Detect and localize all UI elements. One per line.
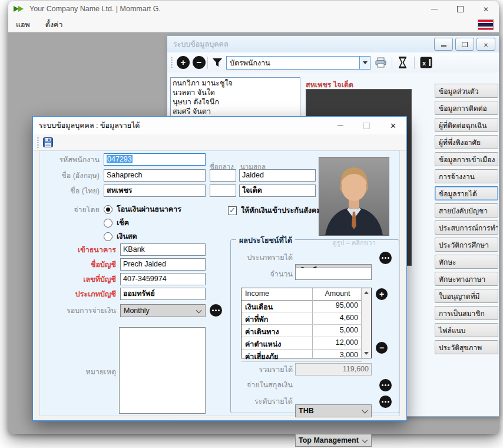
name-th-label: ชื่อ (ไทย) (44, 185, 100, 197)
add-record-button[interactable] (177, 56, 190, 69)
nav-button[interactable]: ทักษะทางภาษา (435, 272, 498, 286)
pay-method-option[interactable]: เช็ค (104, 218, 181, 228)
currency-ellipsis-button[interactable] (379, 379, 392, 391)
first-name-th-field[interactable]: สหเพชร (104, 185, 206, 197)
chevron-up-icon (364, 291, 369, 294)
hourglass-icon[interactable] (397, 56, 408, 69)
income-cell: ค่าที่พัก (245, 314, 268, 325)
thai-flag-icon[interactable] (478, 19, 494, 30)
income-table-row[interactable]: เงินเดือน 95,000 (241, 300, 362, 312)
income-level-ellipsis-button[interactable] (379, 396, 392, 408)
nav-button[interactable]: ประสบการณ์การทำงาน (435, 220, 498, 235)
middle-name-th-field[interactable] (210, 185, 236, 197)
personnel-minimize-button[interactable] (434, 38, 453, 51)
income-table-row[interactable]: ค่าที่พัก 4,600 (241, 312, 362, 325)
notes-textarea[interactable] (119, 327, 206, 414)
remove-record-button[interactable] (193, 56, 206, 69)
pay-method-option[interactable]: โอนเงินผ่านธนาคาร (104, 204, 181, 215)
restore-button[interactable] (447, 1, 473, 17)
nav-button-label: ข้อมูลรายได้ (439, 188, 477, 199)
nav-button[interactable]: ผู้ที่พึ่งพิงอาศัย (435, 135, 498, 149)
personnel-close-button[interactable] (476, 38, 495, 51)
bank-field[interactable]: KBank (120, 243, 206, 256)
nav-button[interactable]: ใบอนุญาตที่มี (435, 289, 498, 303)
radio-icon[interactable] (104, 205, 112, 214)
table-scrollbar[interactable] (361, 288, 371, 358)
amount-field[interactable] (295, 268, 372, 280)
minimize-button[interactable] (421, 1, 447, 17)
personnel-titlebar: ระบบข้อมูลบุคคล (167, 36, 499, 52)
dialog-minimize-button[interactable] (327, 117, 353, 134)
pay-cycle-ellipsis-button[interactable] (210, 304, 222, 317)
chevron-down-icon (363, 61, 368, 64)
pay-cycle-select[interactable]: Monthly (120, 304, 206, 317)
employee-list-item[interactable]: นุษบา ดังใจนึก (171, 97, 300, 107)
radio-icon[interactable] (104, 232, 112, 241)
personnel-restore-button[interactable] (455, 38, 474, 51)
chevron-down-icon (364, 352, 369, 355)
close-button[interactable] (473, 1, 499, 17)
dialog-close-button[interactable] (380, 117, 406, 134)
income-type-ellipsis-button[interactable] (379, 252, 392, 264)
excel-export-icon[interactable]: x (420, 57, 432, 68)
search-category-value: บัตรพนักงาน (227, 57, 359, 69)
first-name-en-field[interactable]: Sahaprech (104, 169, 206, 182)
name-en-label: ชื่อ (อังกฤษ) (44, 170, 100, 182)
filter-icon[interactable] (211, 57, 223, 68)
search-category-combobox[interactable]: บัตรพนักงาน (226, 56, 370, 70)
last-name-en-field[interactable]: Jaided (239, 169, 316, 182)
employee-list-item[interactable]: สมศรี จันตา (171, 107, 300, 116)
checkbox-checked-icon[interactable] (228, 206, 237, 215)
nav-button-label: ประวัติสุขภาพ (439, 342, 482, 353)
remove-income-button[interactable] (376, 342, 388, 354)
income-level-select[interactable]: Top Management (295, 434, 372, 447)
bank-label: เข้าธนาคาร (44, 244, 116, 256)
toolbar-grip (171, 57, 173, 68)
account-no-field[interactable]: 407-3459974 (120, 273, 206, 285)
nav-button[interactable]: ทักษะ (435, 255, 498, 269)
menu-settings[interactable]: ตั้งค่า (45, 19, 63, 31)
nav-button[interactable]: การเป็นสมาชิก (435, 306, 498, 320)
income-table-row[interactable]: ค่าเสี่ยงภัย 3,000 (241, 350, 362, 362)
nav-button[interactable]: ไฟล์แนบ (435, 323, 498, 337)
employee-photo[interactable] (319, 157, 389, 236)
save-button[interactable] (43, 137, 53, 147)
nav-button[interactable]: สายบังคับบัญชา (435, 203, 498, 218)
last-name-th-field[interactable]: ใจเด็ด (239, 185, 316, 197)
radio-icon[interactable] (104, 219, 112, 228)
nav-button[interactable]: ประวัติสุขภาพ (435, 340, 498, 354)
amount-cell: 12,000 (313, 338, 358, 347)
chevron-down-icon (362, 437, 368, 443)
nav-button[interactable]: ข้อมูลรายได้ (435, 186, 498, 200)
main-titlebar: Your Company Name Ltd. | Mommart G. (8, 1, 499, 17)
nav-button[interactable]: ข้อมูลส่วนตัว (435, 84, 498, 98)
combobox-dropdown-button[interactable] (359, 57, 370, 69)
income-cell: ค่าเสี่ยงภัย (245, 351, 278, 363)
pay-method-label: โอนเงินผ่านธนาคาร (117, 203, 181, 215)
scroll-up-button[interactable] (362, 288, 370, 297)
nav-button[interactable]: ผู้ที่ติดต่อฉุกเฉิน (435, 118, 498, 132)
nav-button[interactable]: ข้อมูลการเข้าเมือง (435, 152, 498, 166)
scroll-down-button[interactable] (362, 349, 370, 358)
account-type-field[interactable]: ออมทรัพย์ (120, 288, 206, 300)
close-icon (390, 121, 396, 130)
selected-text: 047293 (107, 155, 133, 163)
nav-button[interactable]: การจ้างงาน (435, 169, 498, 183)
social-security-checkbox-row[interactable]: ให้หักเงินเข้าประกันสังคม (228, 205, 322, 216)
nav-button[interactable]: ข้อมูลการติดต่อ (435, 101, 498, 115)
pay-method-option[interactable]: เงินสด (104, 231, 181, 242)
account-name-field[interactable]: Prech Jaided (120, 258, 206, 271)
add-income-button[interactable] (376, 288, 388, 300)
print-icon[interactable] (375, 57, 387, 68)
income-table-row[interactable]: ค่าตำแหน่ง 12,000 (241, 337, 362, 350)
employee-id-field[interactable]: 047293 (104, 153, 206, 166)
employee-list-item[interactable]: นวลตา จันใด (171, 88, 300, 97)
nav-button[interactable]: ประวัติการศึกษา (435, 238, 498, 252)
employee-list-item[interactable]: กนกวิภา มานะชูใจ (171, 78, 300, 88)
nav-button-label: สายบังคับบัญชา (439, 205, 488, 216)
currency-select[interactable]: THB (295, 404, 372, 417)
menu-app[interactable]: แอพ (16, 19, 30, 31)
income-table-row[interactable]: ค่าเดินทาง 5,000 (241, 325, 362, 337)
middle-name-en-field[interactable] (210, 169, 236, 182)
close-icon (483, 5, 489, 14)
